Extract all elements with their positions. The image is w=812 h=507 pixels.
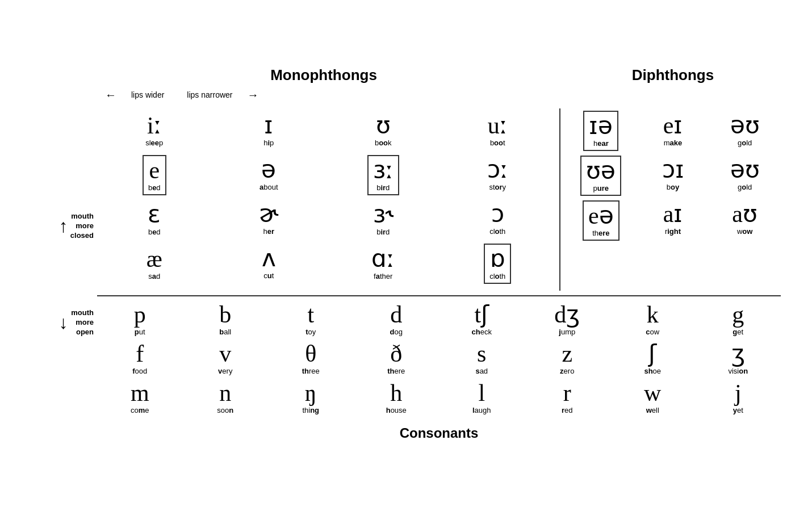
consonant-section: pputbballttoyddogtʃcheckdʒjumpkcowggetff… [97,296,781,418]
consonant-symbol: f [136,342,144,366]
ipa-symbol: ɜː [373,158,394,182]
arrow-right-icon: → [248,89,259,102]
mono-cell-2-1: ɜːbird [367,155,399,195]
ipa-word: cloth [489,272,505,280]
ipa-word: bird [376,228,390,236]
consonant-symbol: s [477,342,486,366]
consonant-symbol: w [644,381,661,405]
mono-cell-3-3: ɒcloth [484,244,511,284]
diph-cell-1-1: ɔɪboy [662,155,684,195]
mouth-open-label: mouthmoreopen [70,308,94,337]
ipa-word: bed [148,183,161,192]
consonant-word: toy [305,328,316,336]
mono-cell-3-1: ɔːstory [487,155,508,195]
ipa-word: sad [148,272,160,280]
mono-cell-2-0: ʊbook [375,111,392,150]
consonant-symbol: l [478,381,485,405]
consonant-word: three [302,367,320,375]
consonant-symbol: ŋ [305,381,317,405]
consonant-cell-0-4: tʃcheck [439,301,525,338]
mono-cell-1-1: əabout [259,155,278,195]
ipa-symbol: e [149,158,160,182]
ipa-symbol: aʊ [732,202,757,226]
mono-cell-0-3: æsad [147,244,162,284]
boxed-phoneme: eəthere [583,200,620,241]
mono-cell-0-1: ebed [143,155,166,195]
divider-line [559,108,560,291]
ipa-word: boot [490,139,505,147]
boxed-phoneme: ɜːbird [367,155,399,195]
consonant-cell-2-1: nsoon [183,379,269,416]
diph-col-2: əʊgoldəʊgoldaʊwow [709,108,781,291]
consonant-cell-1-7: ʒvision [696,340,781,377]
ipa-symbol: æ [147,247,162,271]
consonant-symbol: j [735,381,742,405]
ipa-symbol: ɒ [490,247,505,271]
main-content: ↑ ↓ mouthmoreclosed mouthmoreopen iːslee… [31,108,781,441]
consonant-symbol: r [563,381,571,405]
ipa-symbol: ɚ [259,202,278,226]
consonant-row-2: mcomensoonŋthinghhousellaughrredwwelljye… [97,379,781,416]
lips-wider-label: lips wider [131,90,164,99]
ipa-symbol: ə [261,158,276,182]
ipa-word: hear [593,139,609,148]
consonant-cell-1-4: ssad [439,340,525,377]
consonant-cell-2-3: hhouse [354,379,440,416]
consonant-row-0: pputbballttoyddogtʃcheckdʒjumpkcowgget [97,301,781,338]
ipa-symbol: iː [147,114,162,137]
consonant-cell-1-3: ðthere [354,340,440,377]
ipa-symbol: ɑː [371,247,395,271]
mouth-labels: mouthmoreclosed mouthmoreopen [70,178,94,371]
down-arrow-icon: ↓ [59,312,68,333]
consonant-symbol: h [390,381,402,405]
consonant-symbol: n [219,381,231,405]
consonant-cell-2-7: jyet [696,379,781,416]
mono-cell-0-0: iːsleep [145,111,163,150]
consonant-symbol: ʃ [648,342,656,366]
consonant-symbol: b [219,303,231,326]
mono-cell-2-2: ɜ˞bird [373,200,393,240]
ipa-symbol: aɪ [663,202,683,226]
consonant-cell-1-0: ffood [97,340,183,377]
mono-cell-1-0: ɪhip [263,111,274,150]
consonant-word: check [472,328,492,336]
mono-col-2: ʊbookɜːbirdɜ˞birdɑːfather [326,108,441,291]
diph-cell-2-0: əʊgold [730,111,760,150]
monophthongs-header: Monophthongs [94,66,554,84]
ipa-word: book [375,139,392,147]
consonant-symbol: θ [305,342,316,366]
ipa-word: gold [738,139,752,147]
consonant-cell-0-0: pput [97,301,183,338]
consonant-symbol: tʃ [474,303,489,326]
vowel-section: iːsleepebedɛbedæsadɪhipəaboutɚherʌcutʊbo… [97,108,781,296]
diph-cell-0-2: eəthere [583,200,620,241]
consonant-word: house [386,406,407,414]
ipa-symbol: ɔɪ [662,158,684,182]
consonant-symbol: ð [390,342,402,366]
ipa-symbol: eə [588,204,614,228]
ipa-symbol: ɛ [148,203,161,227]
ipa-symbol: əʊ [730,114,760,137]
diph-cell-0-1: ʊəpure [580,156,621,196]
consonant-word: ball [219,328,231,336]
consonant-word: food [132,367,147,375]
consonant-word: very [218,367,232,375]
ipa-word: about [259,183,278,191]
ipa-symbol: ɪə [589,114,613,138]
ipa-word: hip [263,139,274,147]
section-headers: Monophthongs Diphthongs [31,66,781,84]
consonant-symbol: p [134,303,146,326]
consonant-word: red [562,406,573,414]
consonant-word: cow [646,328,659,336]
mono-col-1: ɪhipəaboutɚherʌcut [212,108,327,291]
consonant-symbol: t [307,303,314,326]
consonant-cell-0-3: ddog [354,301,440,338]
ipa-symbol: uː [488,114,508,137]
ipa-symbol: ʌ [262,246,276,270]
diphthongs-header: Diphthongs [565,66,781,84]
mono-cell-1-2: ɚher [259,199,278,239]
diph-col-1: eɪmakeɔɪboyaɪright [637,108,709,291]
consonant-cell-2-4: llaugh [439,379,525,416]
ipa-word: sleep [145,139,163,147]
vertical-arrow-container: ↑ ↓ [59,178,68,371]
